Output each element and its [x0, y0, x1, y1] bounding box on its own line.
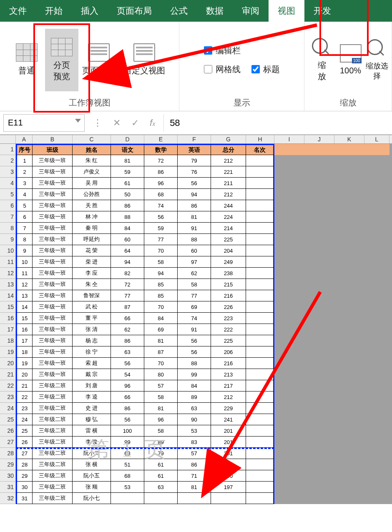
- cell[interactable]: 英语: [178, 144, 211, 155]
- empty-cell[interactable]: [364, 301, 389, 313]
- cell[interactable]: 三年级二班: [33, 403, 73, 414]
- cell[interactable]: 215: [211, 279, 246, 290]
- empty-cell[interactable]: [334, 268, 364, 279]
- empty-cell[interactable]: [364, 256, 389, 268]
- cell[interactable]: 21: [16, 380, 33, 391]
- cell[interactable]: 51: [111, 459, 144, 470]
- row-header[interactable]: 21: [0, 369, 16, 380]
- empty-cell[interactable]: [304, 155, 334, 166]
- empty-cell[interactable]: [274, 234, 304, 245]
- cell[interactable]: 77: [178, 290, 211, 301]
- empty-cell[interactable]: [274, 380, 304, 391]
- empty-cell[interactable]: [274, 414, 304, 425]
- cell[interactable]: 三年级一班: [33, 155, 73, 166]
- empty-cell[interactable]: [364, 189, 389, 200]
- cell[interactable]: [246, 437, 274, 448]
- cell[interactable]: 62: [178, 268, 211, 279]
- cell[interactable]: 54: [111, 369, 144, 380]
- empty-cell[interactable]: [334, 155, 364, 166]
- cell[interactable]: 84: [144, 313, 178, 324]
- cell[interactable]: 79: [144, 448, 178, 459]
- cell[interactable]: 70: [144, 358, 178, 369]
- cell[interactable]: 张 清: [73, 324, 111, 335]
- zoom-selection-button[interactable]: 缩放选 择: [367, 29, 387, 91]
- empty-cell[interactable]: [274, 155, 304, 166]
- cell[interactable]: [246, 301, 274, 313]
- row-header[interactable]: 2: [0, 155, 16, 166]
- enter-icon[interactable]: ✓: [131, 118, 139, 128]
- cell[interactable]: 卢俊义: [73, 166, 111, 178]
- cell[interactable]: 朱 红: [73, 155, 111, 166]
- empty-cell[interactable]: [334, 403, 364, 414]
- cell[interactable]: 53: [111, 482, 144, 493]
- empty-cell[interactable]: [364, 144, 389, 155]
- row-header[interactable]: 5: [0, 189, 16, 200]
- cell[interactable]: [246, 448, 274, 459]
- cell[interactable]: 84: [178, 380, 211, 391]
- page-break-preview-button[interactable]: 分页 预览: [45, 29, 78, 91]
- empty-cell[interactable]: [274, 178, 304, 189]
- column-header[interactable]: J: [304, 135, 334, 143]
- cell[interactable]: 三年级二班: [33, 470, 73, 482]
- empty-cell[interactable]: [274, 369, 304, 380]
- empty-cell[interactable]: [334, 391, 364, 403]
- cell[interactable]: 语文: [111, 144, 144, 155]
- cell[interactable]: [246, 482, 274, 493]
- cell[interactable]: 197: [211, 482, 246, 493]
- empty-cell[interactable]: [334, 380, 364, 391]
- cell[interactable]: 8: [16, 234, 33, 245]
- tab-review[interactable]: 审阅: [233, 0, 269, 22]
- empty-cell[interactable]: [364, 200, 389, 211]
- cell[interactable]: 206: [211, 346, 246, 358]
- cell[interactable]: 鲁智深: [73, 290, 111, 301]
- tab-file[interactable]: 文件: [0, 0, 36, 22]
- cell[interactable]: 56: [178, 346, 211, 358]
- empty-cell[interactable]: [274, 223, 304, 234]
- cell[interactable]: 226: [211, 301, 246, 313]
- cell[interactable]: 61: [111, 178, 144, 189]
- cell[interactable]: 69: [144, 324, 178, 335]
- cell[interactable]: 96: [111, 380, 144, 391]
- empty-cell[interactable]: [334, 290, 364, 301]
- cancel-icon[interactable]: ✕: [113, 118, 121, 128]
- empty-cell[interactable]: [364, 166, 389, 178]
- cell[interactable]: 三年级二班: [33, 425, 73, 437]
- cell[interactable]: 66: [111, 391, 144, 403]
- empty-cell[interactable]: [274, 245, 304, 256]
- empty-cell[interactable]: [364, 178, 389, 189]
- cell[interactable]: 94: [178, 189, 211, 200]
- row-header[interactable]: 6: [0, 200, 16, 211]
- cell[interactable]: [246, 189, 274, 200]
- column-header[interactable]: H: [246, 135, 274, 143]
- empty-cell[interactable]: [304, 189, 334, 200]
- row-header[interactable]: 31: [0, 482, 16, 493]
- cell[interactable]: 83: [178, 437, 211, 448]
- cell[interactable]: 57: [178, 448, 211, 459]
- cell[interactable]: [111, 493, 144, 504]
- cell[interactable]: 28: [16, 459, 33, 470]
- cell[interactable]: 7: [16, 223, 33, 234]
- tab-formulas[interactable]: 公式: [161, 0, 197, 22]
- row-header[interactable]: 1: [0, 144, 16, 155]
- cell[interactable]: 53: [178, 425, 211, 437]
- cell[interactable]: 58: [144, 256, 178, 268]
- cell[interactable]: 三年级二班: [33, 482, 73, 493]
- tab-developer[interactable]: 开发: [304, 0, 340, 22]
- cell[interactable]: [246, 425, 274, 437]
- empty-cell[interactable]: [364, 482, 389, 493]
- cell[interactable]: [246, 459, 274, 470]
- empty-cell[interactable]: [274, 358, 304, 369]
- cell[interactable]: 216: [211, 358, 246, 369]
- cell[interactable]: 阮小七: [73, 493, 111, 504]
- empty-cell[interactable]: [274, 324, 304, 335]
- empty-cell[interactable]: [334, 448, 364, 459]
- cell[interactable]: 62: [111, 324, 144, 335]
- row-header[interactable]: 10: [0, 245, 16, 256]
- cell[interactable]: [144, 493, 178, 504]
- empty-cell[interactable]: [334, 313, 364, 324]
- cell[interactable]: 238: [211, 268, 246, 279]
- cell[interactable]: 3: [16, 178, 33, 189]
- row-header[interactable]: 19: [0, 346, 16, 358]
- cell[interactable]: 89: [144, 437, 178, 448]
- row-header[interactable]: 4: [0, 178, 16, 189]
